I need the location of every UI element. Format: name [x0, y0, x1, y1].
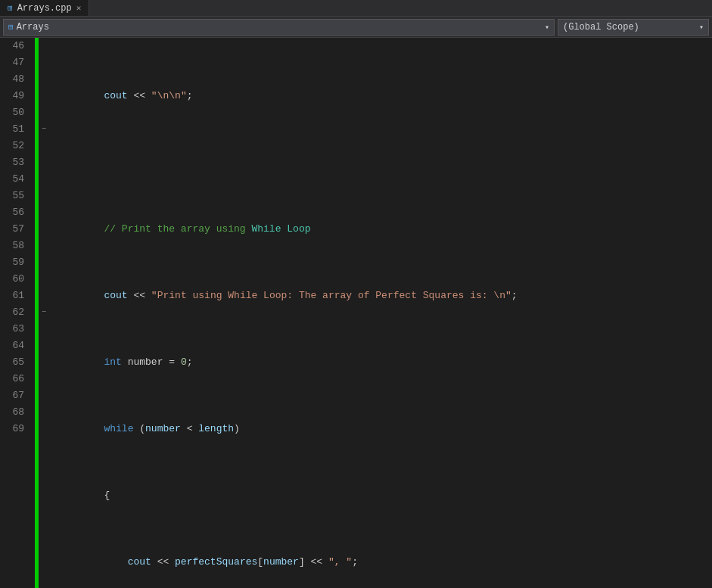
line-num-50: 50	[0, 104, 29, 121]
nav-left-icon: ⊞	[8, 22, 14, 32]
code-area: 46 47 48 49 50 51 52 53 54 55 56 57 58 5…	[0, 38, 712, 588]
code-content[interactable]: cout << "\n\n"; // Print the array using…	[54, 38, 712, 588]
nav-right-label: (Global Scope)	[563, 22, 639, 33]
line-num-65: 65	[0, 354, 29, 371]
nav-left-label: Arrays	[17, 22, 49, 33]
nav-bar: ⊞ Arrays ▾ (Global Scope) ▾	[0, 17, 712, 38]
line-num-68: 68	[0, 404, 29, 421]
line-num-52: 52	[0, 138, 29, 154]
line-num-60: 60	[0, 271, 29, 288]
tab-arrays-cpp[interactable]: ⊞ Arrays.cpp ✕	[0, 0, 89, 16]
line-num-57: 57	[0, 221, 29, 238]
line-num-55: 55	[0, 188, 29, 204]
code-line-49: cout << "Print using While Loop: The arr…	[57, 288, 712, 304]
line-num-48: 48	[0, 71, 29, 88]
line-numbers: 46 47 48 49 50 51 52 53 54 55 56 57 58 5…	[0, 38, 35, 588]
line-num-64: 64	[0, 338, 29, 354]
nav-dropdown-right[interactable]: (Global Scope) ▾	[558, 19, 709, 36]
collapse-btn-62[interactable]: −	[42, 304, 46, 321]
tab-close-icon[interactable]: ✕	[76, 3, 82, 13]
line-num-69: 69	[0, 421, 29, 437]
line-num-49: 49	[0, 88, 29, 104]
line-num-61: 61	[0, 288, 29, 304]
line-num-47: 47	[0, 54, 29, 71]
line-num-63: 63	[0, 321, 29, 338]
code-line-50: int number = 0;	[57, 354, 712, 371]
nav-dropdown-left[interactable]: ⊞ Arrays ▾	[3, 19, 555, 36]
line-num-67: 67	[0, 387, 29, 404]
line-num-54: 54	[0, 171, 29, 188]
tab-area: ⊞ Arrays.cpp ✕	[0, 0, 89, 16]
code-line-48: // Print the array using While Loop	[57, 221, 712, 238]
line-num-46: 46	[0, 38, 29, 54]
collapse-gutter: − −	[39, 38, 54, 588]
code-line-47	[57, 154, 712, 171]
line-num-59: 59	[0, 254, 29, 271]
line-num-51: 51	[0, 121, 29, 138]
tab-file-icon: ⊞	[8, 3, 13, 13]
nav-left-arrow: ▾	[545, 23, 549, 32]
tab-filename: Arrays.cpp	[17, 3, 72, 14]
nav-right-arrow: ▾	[699, 23, 704, 32]
collapse-btn-51[interactable]: −	[42, 121, 46, 138]
code-line-53: cout << perfectSquares[number] << ", ";	[57, 554, 712, 571]
line-num-62: 62	[0, 304, 29, 321]
line-num-56: 56	[0, 204, 29, 221]
line-num-66: 66	[0, 371, 29, 387]
line-num-58: 58	[0, 238, 29, 254]
title-bar: ⊞ Arrays.cpp ✕	[0, 0, 712, 17]
code-line-51: while (number < length)	[57, 421, 712, 437]
code-line-52: {	[57, 487, 712, 504]
line-num-53: 53	[0, 154, 29, 171]
code-line-46: cout << "\n\n";	[57, 88, 712, 104]
